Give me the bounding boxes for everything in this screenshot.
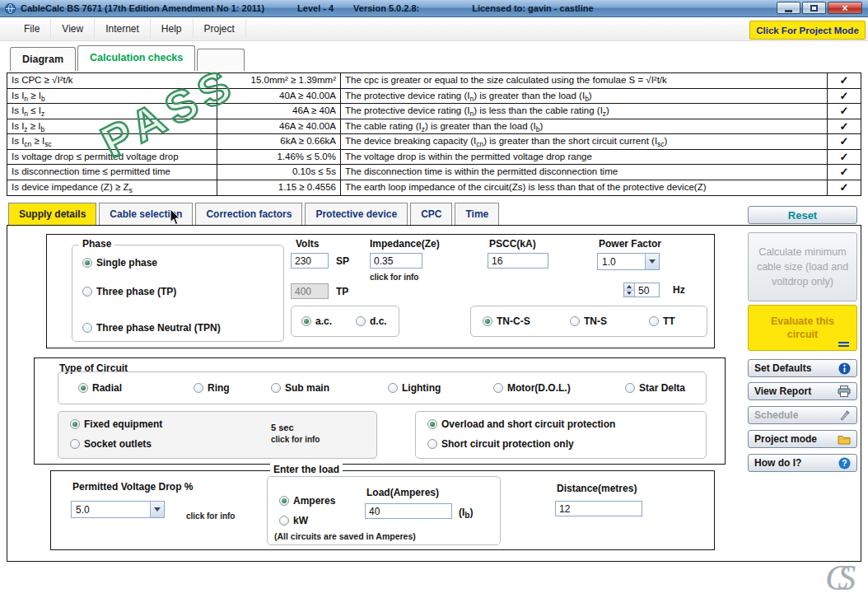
frequency-stepper[interactable]: 50 [623, 283, 660, 297]
schedule-label: Schedule [754, 409, 798, 421]
project-mode-label: Project mode [754, 433, 817, 445]
radio-radial[interactable]: Radial [78, 382, 122, 394]
duration-info-link[interactable]: click for info [271, 435, 320, 444]
earthing-system-group: TN-C-S TN-S TT [470, 306, 707, 337]
permitted-voltage-drop-dropdown[interactable]: 5.0 [71, 501, 165, 518]
spinner-arrows [624, 283, 635, 297]
reset-button[interactable]: Reset [748, 206, 857, 224]
check-row: Is Icn ≥ Isc6kA ≥ 0.66kAThe device break… [7, 134, 861, 150]
check-row: Is In ≤ Iz46A ≥ 40AThe protective device… [7, 104, 861, 119]
radio-motor-dol[interactable]: Motor(D.O.L.) [493, 382, 571, 394]
close-button[interactable]: × [828, 2, 862, 14]
radio-ac[interactable]: a.c. [301, 315, 332, 327]
set-defaults-button[interactable]: Set Defaults [748, 359, 857, 377]
project-mode-button[interactable]: Project mode [748, 430, 857, 448]
project-mode-toggle-button[interactable]: Click For Project Mode [749, 21, 866, 40]
check-description: The protective device rating (In) is gre… [341, 89, 828, 104]
tab-correction-factors[interactable]: Correction factors [195, 203, 302, 225]
tab-calculation-checks[interactable]: Calculation checks [77, 45, 195, 71]
check-pass-mark: ✓ [828, 165, 861, 180]
radio-star-delta[interactable]: Star Delta [625, 382, 685, 394]
impedance-info-link[interactable]: click for info [370, 273, 418, 282]
calculate-minimum-button[interactable]: Calculate minimum cable size (load and v… [748, 232, 857, 301]
radio-three-phase[interactable]: Three phase (TP) [82, 286, 176, 297]
radio-tns[interactable]: TN-S [570, 315, 607, 327]
radio-tt[interactable]: TT [649, 315, 675, 327]
tab-cpc[interactable]: CPC [410, 203, 452, 225]
minimize-button[interactable] [777, 2, 800, 14]
radio-dot [427, 439, 437, 449]
radio-label: Motor(D.O.L.) [507, 382, 571, 394]
radio-sub-main[interactable]: Sub main [271, 382, 329, 394]
menu-help[interactable]: Help [151, 19, 194, 39]
radio-amperes[interactable]: Amperes [279, 495, 335, 507]
check-description: The device breaking capacity (Icn) is gr… [341, 134, 828, 149]
volts-sp-input[interactable]: 230 [291, 253, 329, 269]
radio-dot [493, 383, 503, 393]
evaluate-circuit-button[interactable]: Evaluate this circuit [748, 305, 857, 351]
radio-kw[interactable]: kW [279, 515, 308, 526]
radio-label: Ring [208, 382, 230, 394]
title-bar: CableCalc BS 7671 (17th Edition Amendmen… [0, 0, 868, 17]
check-pass-mark: ✓ [828, 134, 861, 149]
tab-supply-details[interactable]: Supply details [8, 203, 96, 225]
volts-tp-input: 400 [291, 283, 329, 299]
radio-dot [82, 323, 92, 333]
view-report-button[interactable]: View Report [748, 382, 857, 400]
spin-up-icon[interactable] [624, 283, 634, 290]
distance-label: Distance(metres) [557, 483, 637, 494]
menu-file[interactable]: File [13, 19, 51, 39]
cablecalc-window: CableCalc BS 7671 (17th Edition Amendmen… [0, 0, 868, 598]
pscc-input[interactable]: 16 [488, 253, 548, 269]
phase-group-label: Phase [79, 238, 114, 250]
load-input[interactable]: 40 [365, 503, 452, 519]
tp-label: TP [336, 286, 348, 297]
tab-protective-device[interactable]: Protective device [305, 203, 408, 225]
distance-input[interactable]: 12 [555, 501, 642, 516]
power-factor-dropdown[interactable]: 1.0 [597, 253, 660, 270]
radio-socket-outlets[interactable]: Socket outlets [70, 438, 152, 450]
radio-three-phase-neutral[interactable]: Three phase Neutral (TPN) [82, 322, 221, 334]
maximize-button[interactable] [802, 2, 826, 14]
check-values: 6kA ≥ 0.66kA [217, 134, 341, 149]
check-row: Is voltage drop ≤ permitted voltage drop… [7, 150, 861, 166]
impedance-input[interactable]: 0.35 [370, 253, 422, 269]
power-factor-label: Power Factor [599, 238, 661, 250]
schedule-button[interactable]: Schedule [748, 406, 857, 424]
chevron-down-icon[interactable] [645, 254, 659, 269]
menu-internet[interactable]: Internet [95, 19, 151, 39]
svg-text:?: ? [842, 459, 847, 468]
menu-view[interactable]: View [51, 19, 95, 39]
radio-dot [570, 316, 580, 326]
radio-tncs[interactable]: TN-C-S [483, 315, 530, 327]
app-icon [5, 3, 16, 14]
radio-overload-short-circuit[interactable]: Overload and short circuit protection [427, 418, 615, 430]
menu-bar: File View Internet Help Project Click Fo… [0, 17, 868, 41]
spin-down-icon[interactable] [624, 290, 634, 297]
radio-short-circuit-only[interactable]: Short circuit protection only [427, 438, 574, 450]
menu-project[interactable]: Project [194, 19, 246, 39]
schedule-icon [839, 409, 851, 421]
pvd-info-link[interactable]: click for info [186, 512, 235, 521]
chevron-down-icon[interactable] [150, 502, 164, 517]
how-do-i-button[interactable]: How do I? ? [748, 454, 857, 472]
radio-dot [427, 419, 437, 429]
top-tab-bar: Diagram Calculation checks [10, 45, 246, 71]
check-row: Is Iz ≥ Ib46A ≥ 40.00AThe cable rating (… [7, 119, 861, 135]
minimize-icon [785, 10, 792, 12]
radio-dot [301, 316, 311, 326]
version-label: Version 5.0.2.8: [353, 3, 419, 13]
radio-label: Three phase (TP) [96, 286, 176, 297]
radio-fixed-equipment[interactable]: Fixed equipment [70, 418, 162, 430]
radio-dot [78, 383, 88, 393]
radio-ring[interactable]: Ring [194, 382, 230, 394]
tab-time[interactable]: Time [455, 203, 499, 225]
permitted-voltage-drop-label: Permitted Voltage Drop % [72, 481, 193, 493]
radio-label: Single phase [96, 257, 157, 269]
radio-single-phase[interactable]: Single phase [82, 257, 157, 269]
radio-dc[interactable]: d.c. [356, 315, 387, 327]
tab-diagram[interactable]: Diagram [10, 47, 76, 71]
window-controls: × [777, 2, 862, 14]
radio-lighting[interactable]: Lighting [388, 382, 441, 394]
radio-label: d.c. [370, 315, 387, 327]
